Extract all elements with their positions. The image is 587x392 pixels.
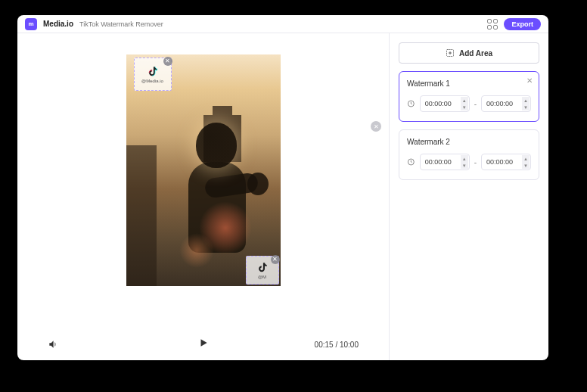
clear-selection-icon[interactable]: ✕ (371, 121, 381, 132)
start-time-input-wrap: ▲ ▼ (420, 95, 470, 112)
header-bar: m Media.io TikTok Watermark Remover Expo… (17, 15, 548, 33)
video-frame[interactable]: ✕ @Media.io ✕ @M (126, 54, 281, 286)
start-time-input-wrap: ▲ ▼ (420, 154, 470, 170)
time-stepper: ▲ ▼ (461, 97, 468, 110)
volume-icon[interactable] (48, 339, 58, 350)
step-up-icon[interactable]: ▲ (522, 155, 530, 162)
clock-icon (407, 99, 415, 108)
export-button[interactable]: Export (504, 18, 541, 30)
player-controls: 00:15 / 10:00 (17, 328, 389, 360)
watermark-selection-1[interactable]: ✕ @Media.io (134, 58, 172, 91)
time-stepper: ▲ ▼ (522, 97, 530, 110)
watermark-handle-text: @Media.io (141, 79, 163, 83)
brand-name: Media.io (43, 20, 73, 28)
close-icon[interactable]: ✕ (271, 255, 280, 264)
step-up-icon[interactable]: ▲ (522, 97, 530, 104)
start-time-input[interactable] (425, 100, 458, 107)
close-icon[interactable]: ✕ (163, 57, 172, 66)
add-area-button[interactable]: Add Area (399, 42, 539, 64)
main-body: ✕ @Media.io ✕ @M (17, 33, 548, 360)
step-down-icon[interactable]: ▼ (522, 162, 530, 169)
step-down-icon[interactable]: ▼ (522, 104, 530, 110)
play-icon[interactable] (198, 338, 209, 348)
time-range-row: ▲ ▼ - ▲ ▼ (407, 154, 531, 170)
start-time-input[interactable] (425, 158, 458, 166)
add-area-label: Add Area (459, 49, 492, 58)
watermark-card-title: Watermark 1 (407, 79, 531, 88)
end-time-input-wrap: ▲ ▼ (481, 154, 531, 170)
step-up-icon[interactable]: ▲ (461, 155, 468, 162)
clock-icon (407, 157, 415, 166)
timecode-display: 00:15 / 10:00 (315, 341, 359, 349)
range-separator: - (474, 158, 477, 166)
preview-pane: ✕ @Media.io ✕ @M (17, 33, 390, 360)
end-time-input[interactable] (486, 158, 520, 166)
tiktok-icon (146, 65, 160, 79)
watermark-card-2[interactable]: Watermark 2 ▲ ▼ - (399, 129, 539, 180)
watermark-handle-text: @M (258, 275, 266, 279)
side-panel: Add Area ✕ Watermark 1 ▲ ▼ (390, 33, 548, 360)
close-icon[interactable]: ✕ (526, 76, 533, 85)
apps-grid-icon[interactable] (487, 19, 498, 30)
watermark-selection-2[interactable]: ✕ @M (246, 256, 279, 285)
step-down-icon[interactable]: ▼ (461, 162, 468, 169)
app-window: m Media.io TikTok Watermark Remover Expo… (17, 15, 548, 360)
time-stepper: ▲ ▼ (522, 155, 530, 169)
range-separator: - (474, 100, 477, 108)
video-area: ✕ @Media.io ✕ @M (17, 33, 389, 328)
time-stepper: ▲ ▼ (461, 155, 468, 169)
tiktok-icon (256, 261, 269, 275)
step-up-icon[interactable]: ▲ (461, 97, 468, 104)
step-down-icon[interactable]: ▼ (461, 104, 468, 110)
watermark-card-1[interactable]: ✕ Watermark 1 ▲ ▼ - (399, 71, 539, 122)
page-subtitle: TikTok Watermark Remover (79, 20, 163, 28)
time-range-row: ▲ ▼ - ▲ ▼ (407, 95, 531, 112)
end-time-input-wrap: ▲ ▼ (481, 95, 531, 112)
end-time-input[interactable] (486, 100, 520, 107)
watermark-card-title: Watermark 2 (407, 138, 531, 146)
brand-logo-icon: m (25, 18, 37, 30)
add-area-icon (446, 48, 455, 58)
